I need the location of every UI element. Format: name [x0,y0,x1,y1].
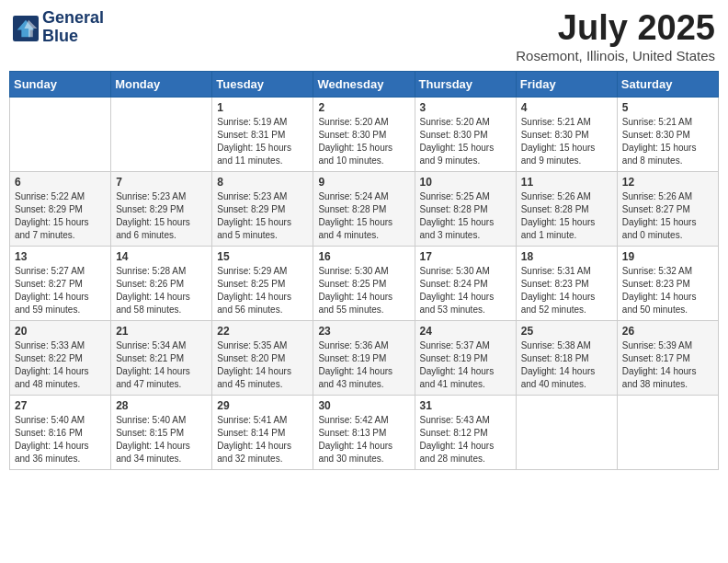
calendar-cell: 12Sunrise: 5:26 AM Sunset: 8:27 PM Dayli… [617,171,718,246]
day-info: Sunrise: 5:28 AM Sunset: 8:26 PM Dayligh… [116,265,207,316]
day-info: Sunrise: 5:34 AM Sunset: 8:21 PM Dayligh… [116,339,207,391]
day-number: 6 [15,176,106,189]
day-number: 10 [420,176,511,189]
day-info: Sunrise: 5:21 AM Sunset: 8:30 PM Dayligh… [521,116,612,167]
day-info: Sunrise: 5:20 AM Sunset: 8:30 PM Dayligh… [420,116,511,167]
calendar-week-3: 13Sunrise: 5:27 AM Sunset: 8:27 PM Dayli… [10,246,719,320]
day-number: 25 [521,325,612,338]
day-info: Sunrise: 5:33 AM Sunset: 8:22 PM Dayligh… [15,339,106,391]
day-number: 9 [318,176,409,189]
calendar-cell: 18Sunrise: 5:31 AM Sunset: 8:23 PM Dayli… [516,246,617,320]
day-info: Sunrise: 5:40 AM Sunset: 8:16 PM Dayligh… [15,414,106,465]
day-number: 12 [622,176,713,189]
day-info: Sunrise: 5:37 AM Sunset: 8:19 PM Dayligh… [420,339,511,391]
calendar-cell: 5Sunrise: 5:21 AM Sunset: 8:30 PM Daylig… [617,97,718,171]
day-info: Sunrise: 5:40 AM Sunset: 8:15 PM Dayligh… [116,414,207,465]
calendar-cell [111,97,212,171]
day-info: Sunrise: 5:23 AM Sunset: 8:29 PM Dayligh… [116,190,207,242]
month-title: July 2025 [516,9,715,48]
day-info: Sunrise: 5:26 AM Sunset: 8:28 PM Dayligh… [521,190,612,242]
day-number: 24 [420,325,511,338]
calendar-cell: 31Sunrise: 5:43 AM Sunset: 8:12 PM Dayli… [415,395,516,469]
calendar-cell [617,395,718,469]
location: Rosemont, Illinois, United States [516,48,715,63]
day-number: 16 [318,250,409,263]
calendar-cell: 8Sunrise: 5:23 AM Sunset: 8:29 PM Daylig… [212,171,313,246]
day-number: 29 [217,399,308,412]
day-number: 2 [318,101,409,114]
weekday-header-friday: Friday [516,71,617,97]
logo: General Blue [13,9,104,46]
day-number: 22 [217,325,308,338]
calendar-cell: 20Sunrise: 5:33 AM Sunset: 8:22 PM Dayli… [10,320,111,395]
calendar-cell: 1Sunrise: 5:19 AM Sunset: 8:31 PM Daylig… [212,97,313,171]
day-info: Sunrise: 5:24 AM Sunset: 8:28 PM Dayligh… [318,190,409,242]
day-info: Sunrise: 5:29 AM Sunset: 8:25 PM Dayligh… [217,265,308,316]
calendar-cell: 22Sunrise: 5:35 AM Sunset: 8:20 PM Dayli… [212,320,313,395]
day-number: 19 [622,250,713,263]
calendar-cell: 24Sunrise: 5:37 AM Sunset: 8:19 PM Dayli… [415,320,516,395]
calendar-cell: 2Sunrise: 5:20 AM Sunset: 8:30 PM Daylig… [313,97,415,171]
calendar-cell: 26Sunrise: 5:39 AM Sunset: 8:17 PM Dayli… [617,320,718,395]
calendar-cell: 13Sunrise: 5:27 AM Sunset: 8:27 PM Dayli… [10,246,111,320]
day-info: Sunrise: 5:43 AM Sunset: 8:12 PM Dayligh… [420,414,511,465]
day-number: 7 [116,176,207,189]
calendar-cell [10,97,111,171]
calendar-week-2: 6Sunrise: 5:22 AM Sunset: 8:29 PM Daylig… [10,171,719,246]
weekday-header-monday: Monday [111,71,212,97]
day-info: Sunrise: 5:26 AM Sunset: 8:27 PM Dayligh… [622,190,713,242]
calendar-cell: 4Sunrise: 5:21 AM Sunset: 8:30 PM Daylig… [516,97,617,171]
weekday-header-sunday: Sunday [10,71,111,97]
day-number: 15 [217,250,308,263]
calendar-week-4: 20Sunrise: 5:33 AM Sunset: 8:22 PM Dayli… [10,320,719,395]
logo-text: General Blue [42,9,104,46]
day-number: 17 [420,250,511,263]
calendar-cell: 7Sunrise: 5:23 AM Sunset: 8:29 PM Daylig… [111,171,212,246]
day-info: Sunrise: 5:27 AM Sunset: 8:27 PM Dayligh… [15,265,106,316]
day-info: Sunrise: 5:30 AM Sunset: 8:25 PM Dayligh… [318,265,409,316]
calendar-cell: 15Sunrise: 5:29 AM Sunset: 8:25 PM Dayli… [212,246,313,320]
day-number: 13 [15,250,106,263]
logo-icon [13,16,39,41]
day-number: 3 [420,101,511,114]
day-info: Sunrise: 5:30 AM Sunset: 8:24 PM Dayligh… [420,265,511,316]
calendar-cell: 28Sunrise: 5:40 AM Sunset: 8:15 PM Dayli… [111,395,212,469]
day-info: Sunrise: 5:25 AM Sunset: 8:28 PM Dayligh… [420,190,511,242]
weekday-header-wednesday: Wednesday [313,71,415,97]
calendar-cell: 14Sunrise: 5:28 AM Sunset: 8:26 PM Dayli… [111,246,212,320]
calendar-cell [516,395,617,469]
calendar-cell: 21Sunrise: 5:34 AM Sunset: 8:21 PM Dayli… [111,320,212,395]
calendar-cell: 27Sunrise: 5:40 AM Sunset: 8:16 PM Dayli… [10,395,111,469]
day-info: Sunrise: 5:21 AM Sunset: 8:30 PM Dayligh… [622,116,713,167]
day-info: Sunrise: 5:32 AM Sunset: 8:23 PM Dayligh… [622,265,713,316]
calendar-header-row: SundayMondayTuesdayWednesdayThursdayFrid… [10,71,719,97]
day-number: 14 [116,250,207,263]
day-number: 30 [318,399,409,412]
day-number: 28 [116,399,207,412]
day-info: Sunrise: 5:23 AM Sunset: 8:29 PM Dayligh… [217,190,308,242]
day-number: 8 [217,176,308,189]
day-info: Sunrise: 5:38 AM Sunset: 8:18 PM Dayligh… [521,339,612,391]
day-info: Sunrise: 5:20 AM Sunset: 8:30 PM Dayligh… [318,116,409,167]
day-info: Sunrise: 5:41 AM Sunset: 8:14 PM Dayligh… [217,414,308,465]
title-area: July 2025 Rosemont, Illinois, United Sta… [516,9,715,63]
day-info: Sunrise: 5:39 AM Sunset: 8:17 PM Dayligh… [622,339,713,391]
calendar-cell: 9Sunrise: 5:24 AM Sunset: 8:28 PM Daylig… [313,171,415,246]
day-number: 1 [217,101,308,114]
day-info: Sunrise: 5:36 AM Sunset: 8:19 PM Dayligh… [318,339,409,391]
weekday-header-thursday: Thursday [415,71,516,97]
calendar-table: SundayMondayTuesdayWednesdayThursdayFrid… [9,71,719,470]
calendar-cell: 3Sunrise: 5:20 AM Sunset: 8:30 PM Daylig… [415,97,516,171]
calendar-week-5: 27Sunrise: 5:40 AM Sunset: 8:16 PM Dayli… [10,395,719,469]
calendar-week-1: 1Sunrise: 5:19 AM Sunset: 8:31 PM Daylig… [10,97,719,171]
weekday-header-saturday: Saturday [617,71,718,97]
calendar-cell: 30Sunrise: 5:42 AM Sunset: 8:13 PM Dayli… [313,395,415,469]
day-number: 18 [521,250,612,263]
day-number: 20 [15,325,106,338]
calendar-cell: 6Sunrise: 5:22 AM Sunset: 8:29 PM Daylig… [10,171,111,246]
day-number: 31 [420,399,511,412]
day-info: Sunrise: 5:31 AM Sunset: 8:23 PM Dayligh… [521,265,612,316]
day-number: 23 [318,325,409,338]
weekday-header-tuesday: Tuesday [212,71,313,97]
day-info: Sunrise: 5:22 AM Sunset: 8:29 PM Dayligh… [15,190,106,242]
